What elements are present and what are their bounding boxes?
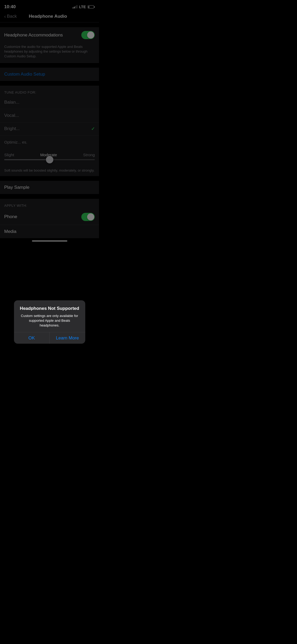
modal-overlay: Headphones Not Supported Custom settings…: [0, 0, 99, 243]
